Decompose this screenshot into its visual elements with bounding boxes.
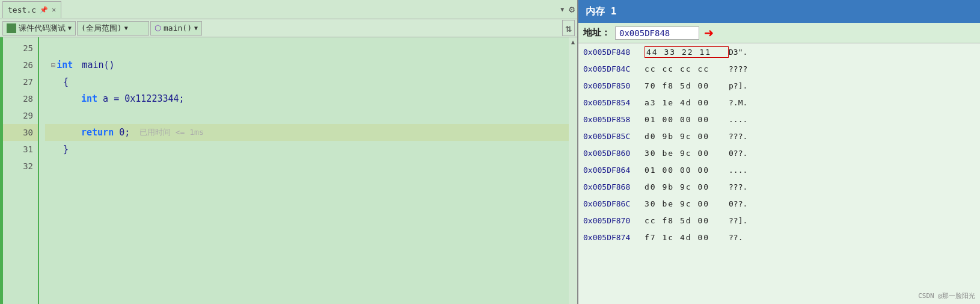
code-line-26: ⊟ int main() <box>45 57 569 73</box>
mem-bytes-8: d0 9b 9c 00 <box>645 182 729 191</box>
mem-chars-3: ?.M. <box>729 98 765 107</box>
mem-addr-5: 0x005DF85C <box>578 132 645 141</box>
line-num-29: 29 <box>3 107 38 124</box>
mem-addr-0: 0x005DF848 <box>578 48 645 57</box>
project-icon <box>7 23 16 33</box>
line-num-26: 26 <box>3 57 38 73</box>
memory-row-5: 0x005DF85C d0 9b 9c 00 ???. <box>578 128 980 144</box>
close-brace-31: } <box>63 141 69 158</box>
keyword-int-26: int <box>57 57 73 73</box>
mem-bytes-5: d0 9b 9c 00 <box>645 132 729 141</box>
mem-bytes-7: 01 00 00 00 <box>645 166 729 175</box>
memory-row-4: 0x005DF858 01 00 00 00 .... <box>578 111 980 128</box>
code-main-func: main() <box>76 57 114 73</box>
mem-chars-6: 0??. <box>729 149 765 158</box>
code-line-29 <box>45 107 569 124</box>
code-comment-30: 已用时间 <= 1ms <box>130 124 203 141</box>
mem-bytes-1: cc cc cc cc <box>645 64 729 73</box>
editor-tab[interactable]: test.c 📌 ✕ <box>2 1 61 18</box>
line-num-28: 28 <box>3 90 38 107</box>
memory-row-8: 0x005DF868 d0 9b 9c 00 ???. <box>578 178 980 195</box>
mem-addr-3: 0x005DF854 <box>578 98 645 107</box>
line-num-25: 25 <box>3 40 38 57</box>
line-numbers: 25 26 27 28 29 30 31 32 <box>3 37 39 304</box>
mem-addr-11: 0x005DF874 <box>578 233 645 242</box>
red-arrow-icon: ➜ <box>704 24 714 42</box>
address-label: 地址： <box>583 27 610 39</box>
tab-pin-icon[interactable]: 📌 <box>40 6 48 14</box>
mem-chars-2: p?]. <box>729 81 765 90</box>
mem-addr-6: 0x005DF860 <box>578 149 645 158</box>
mem-addr-10: 0x005DF870 <box>578 216 645 225</box>
mem-addr-1: 0x005DF84C <box>578 64 645 73</box>
tab-bar: test.c 📌 ✕ ▼ ⚙ <box>0 0 577 19</box>
memory-row-7: 0x005DF864 01 00 00 00 .... <box>578 161 980 178</box>
code-line-27: { <box>45 73 569 90</box>
editor-scrollbar[interactable]: ▲ <box>569 37 577 304</box>
mem-chars-11: ??. <box>729 233 765 242</box>
code-line-28: int a = 0x11223344; <box>45 90 569 107</box>
code-line-30: ➡ return 0; 已用时间 <= 1ms <box>45 124 569 141</box>
tab-filename: test.c <box>8 5 36 14</box>
memory-row-2: 0x005DF850 70 f8 5d 00 p?]. <box>578 77 980 94</box>
memory-row-1: 0x005DF84C cc cc cc cc ???? <box>578 60 980 77</box>
mem-chars-8: ???. <box>729 182 765 191</box>
mem-chars-1: ???? <box>729 64 765 73</box>
code-line-25 <box>45 40 569 57</box>
scroll-up-arrow[interactable]: ▲ <box>571 39 575 45</box>
mem-bytes-9: 30 be 9c 00 <box>645 199 729 208</box>
mem-chars-10: ??]. <box>729 216 765 225</box>
code-return-val: 0; <box>114 124 130 141</box>
editor-panel: test.c 📌 ✕ ▼ ⚙ 课件代码测试 ▼ (全局范围) ▼ ⬡ main(… <box>0 0 577 304</box>
mem-bytes-0: 44 33 22 11 <box>645 46 729 58</box>
mem-chars-0: D3". <box>729 48 765 57</box>
function-dropdown-icon: ▼ <box>194 25 198 31</box>
project-dropdown-icon: ▼ <box>68 25 72 31</box>
memory-title: 内存 1 <box>586 5 616 18</box>
function-selector[interactable]: ⬡ main() ▼ <box>150 21 202 36</box>
mem-bytes-2: 70 f8 5d 00 <box>645 81 729 90</box>
memory-row-9: 0x005DF86C 30 be 9c 00 0??. <box>578 195 980 212</box>
tab-bar-right: ▼ ⚙ <box>560 4 575 15</box>
memory-address-bar: 地址： ➜ <box>578 23 980 43</box>
toolbar-right: ⇅ <box>562 20 575 36</box>
memory-row-10: 0x005DF870 cc f8 5d 00 ??]. <box>578 212 980 229</box>
mem-chars-4: .... <box>729 115 765 124</box>
function-icon: ⬡ <box>155 23 161 33</box>
mem-chars-5: ???. <box>729 132 765 141</box>
scope-selector[interactable]: (全局范围) ▼ <box>77 21 149 36</box>
mem-chars-7: .... <box>729 166 765 175</box>
mem-addr-4: 0x005DF858 <box>578 115 645 124</box>
line-num-31: 31 <box>3 141 38 158</box>
sync-icon[interactable]: ⇅ <box>562 20 575 36</box>
project-label: 课件代码测试 <box>19 23 66 34</box>
keyword-int-28: int <box>81 90 97 107</box>
memory-panel: 内存 1 地址： ➜ 0x005DF848 44 33 22 11 D3". 0… <box>577 0 980 304</box>
settings-gear-icon[interactable]: ⚙ <box>569 4 575 15</box>
code-decl-28: a = 0x11223344; <box>97 90 185 107</box>
collapse-icon-26[interactable]: ⊟ <box>51 57 55 73</box>
memory-row-3: 0x005DF854 a3 1e 4d 00 ?.M. <box>578 94 980 111</box>
mem-addr-9: 0x005DF86C <box>578 199 645 208</box>
code-content[interactable]: ⊟ int main() { int a = 0x11223344; ➡ ret… <box>39 37 569 304</box>
open-brace-27: { <box>63 73 69 90</box>
code-line-32 <box>45 158 569 175</box>
memory-row-11: 0x005DF874 f7 1c 4d 00 ??. <box>578 229 980 246</box>
tab-close-icon[interactable]: ✕ <box>52 5 56 14</box>
mem-bytes-4: 01 00 00 00 <box>645 115 729 124</box>
tab-dropdown-icon[interactable]: ▼ <box>560 6 564 13</box>
code-line-31: } <box>45 141 569 158</box>
line-num-30: 30 <box>3 124 38 141</box>
line-num-32: 32 <box>3 158 38 175</box>
address-input[interactable] <box>615 26 699 40</box>
project-selector[interactable]: 课件代码测试 ▼ <box>2 21 76 36</box>
mem-bytes-10: cc f8 5d 00 <box>645 216 729 225</box>
line-num-27: 27 <box>3 73 38 90</box>
keyword-return-30: return <box>81 124 114 141</box>
memory-table: 0x005DF848 44 33 22 11 D3". 0x005DF84C c… <box>578 43 980 304</box>
mem-addr-8: 0x005DF868 <box>578 182 645 191</box>
scope-label: (全局范围) <box>81 23 122 34</box>
mem-addr-7: 0x005DF864 <box>578 166 645 175</box>
mem-addr-2: 0x005DF850 <box>578 81 645 90</box>
mem-bytes-6: 30 be 9c 00 <box>645 149 729 158</box>
